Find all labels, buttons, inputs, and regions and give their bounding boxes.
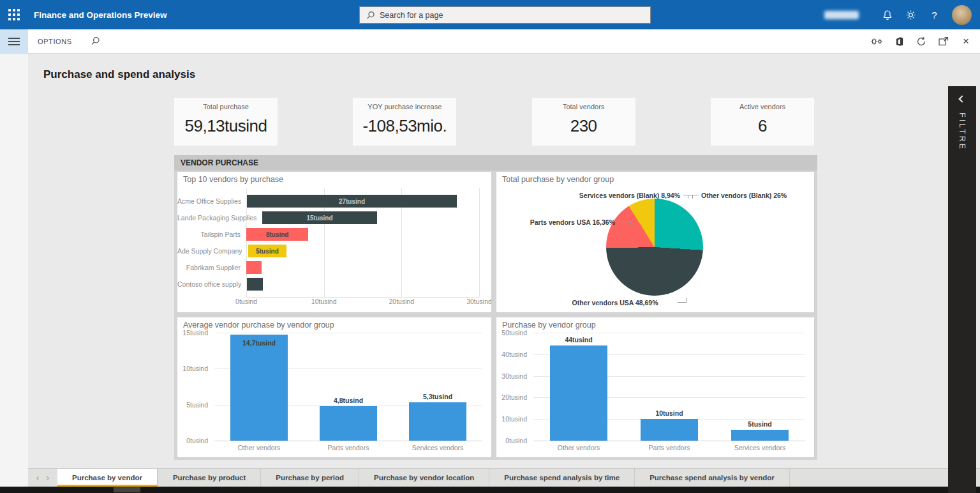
user-avatar[interactable] <box>952 5 972 25</box>
y-tick-label: 40tusind <box>501 351 527 358</box>
top10-xaxis: 0tusind10tusind20tusind30tusind <box>246 298 479 307</box>
bar-category-label: Fabrikam Supplier <box>177 264 246 271</box>
x-tick-label: 30tusind <box>466 298 492 305</box>
bar-row: Contoso office supply <box>177 276 491 292</box>
expand-filter-chevron-icon[interactable] <box>958 95 965 102</box>
app-launcher-icon[interactable] <box>8 9 20 20</box>
tab-purchase-spend-analysis-by-vendor[interactable]: Purchase spend analysis by vendor <box>635 469 790 487</box>
x-tick-label: 20tusind <box>389 298 414 305</box>
bar-value-label: 5tusind <box>715 420 805 428</box>
filter-panel-label: FILTRE <box>958 112 967 151</box>
column-category-label: Other vendors <box>533 444 624 451</box>
y-tick-label: 0tusind <box>505 437 527 444</box>
kpi-value: 6 <box>711 116 814 136</box>
y-tick-label: 15tusind <box>182 329 208 337</box>
h-bar[interactable]: 8tusind <box>246 228 308 241</box>
v-bar[interactable] <box>409 402 466 441</box>
v-bar[interactable] <box>731 430 789 441</box>
pbg-yaxis: 50tusind40tusind30tusind20tusind10tusind… <box>500 333 533 441</box>
y-tick-label: 10tusind <box>182 365 208 372</box>
pie-chart[interactable] <box>606 199 703 296</box>
column-category-label: Services vendors <box>715 444 805 451</box>
tab-scroll-left-icon[interactable]: ‹ <box>36 473 40 482</box>
y-tick-label: 50tusind <box>501 329 527 337</box>
column-slot: 5,3tusind <box>393 333 482 441</box>
vendor-purchase-section: VENDOR PURCHASE Top 10 vendors by purcha… <box>174 155 817 460</box>
chart-average-vendor-purchase: Average vendor purchase by vendor group … <box>177 317 492 458</box>
v-bar[interactable] <box>320 406 377 441</box>
close-icon[interactable]: × <box>960 35 972 48</box>
bar-category-label: Ade Supply Company <box>177 247 248 255</box>
column-slot: 14,7tusind <box>214 333 304 441</box>
notifications-bell-icon[interactable] <box>875 0 899 29</box>
horizontal-scrollbar[interactable] <box>0 487 980 493</box>
h-bar[interactable] <box>247 278 262 291</box>
x-tick-label: 0tusind <box>235 298 257 305</box>
kpi-card-active-vendors[interactable]: Active vendors 6 <box>711 98 814 146</box>
personalize-gears-icon[interactable] <box>870 35 883 48</box>
tab-purchase-by-product[interactable]: Purchase by product <box>158 469 261 487</box>
tab-purchase-spend-analysis-by-time[interactable]: Purchase spend analysis by time <box>489 469 635 487</box>
y-tick-label: 5tusind <box>186 401 208 409</box>
toolbar-search-icon[interactable] <box>91 36 100 46</box>
kpi-value: 230 <box>532 116 635 136</box>
h-bar[interactable]: 27tusind <box>247 195 457 208</box>
pie-leader-line <box>678 298 687 303</box>
v-bar[interactable] <box>550 345 608 441</box>
h-bar[interactable]: 15tusind <box>262 211 376 224</box>
bar-value-label: 5,3tusind <box>393 393 482 400</box>
v-bar[interactable] <box>641 419 699 441</box>
bar-value-label: 10tusind <box>624 409 715 417</box>
tab-scroll-arrows: ‹ › <box>28 469 57 487</box>
h-bar[interactable] <box>246 261 262 274</box>
pie-label-parts-vendors: Parts vendors USA 16,36% <box>496 218 615 226</box>
top-nav-bar: Finance and Operations Preview ? <box>0 0 980 29</box>
report-tab-bar: ‹ › Purchase by vendorPurchase by produc… <box>28 468 980 487</box>
column-category-label: Services vendors <box>393 444 482 451</box>
scrollbar-thumb[interactable] <box>114 487 140 492</box>
nav-hamburger-icon[interactable] <box>0 29 28 54</box>
refresh-icon[interactable] <box>915 35 928 48</box>
tab-purchase-by-period[interactable]: Purchase by period <box>261 469 359 487</box>
chart-total-purchase-by-vendor-group: Total purchase by vendor group Services … <box>496 171 815 313</box>
x-tick-label: 10tusind <box>311 298 337 305</box>
page-title: Purchase and spend analysis <box>43 68 195 81</box>
kpi-card-total-vendors[interactable]: Total vendors 230 <box>532 98 635 146</box>
open-in-new-window-icon[interactable] <box>937 35 950 48</box>
bar-value-label: 8tusind <box>266 231 289 238</box>
office-icon[interactable] <box>893 35 905 48</box>
tab-purchase-by-vendor[interactable]: Purchase by vendor <box>57 469 158 487</box>
pie-leader-line <box>688 195 699 199</box>
kpi-row: Total purchase 59,13tusind YOY purchase … <box>174 98 814 146</box>
v-bar[interactable] <box>230 335 288 441</box>
options-menu-button[interactable]: OPTIONS <box>38 38 72 45</box>
environment-name-redacted <box>824 11 859 19</box>
section-header: VENDOR PURCHASE <box>174 155 817 171</box>
help-icon[interactable]: ? <box>923 0 946 29</box>
kpi-value: -108,53mio. <box>353 116 456 136</box>
kpi-label: Total vendors <box>532 103 635 110</box>
page-search-box[interactable] <box>359 6 651 24</box>
kpi-card-total-purchase[interactable]: Total purchase 59,13tusind <box>174 98 278 146</box>
kpi-label: Active vendors <box>711 103 814 110</box>
bar-value-label: 27tusind <box>339 198 365 205</box>
chart-title: Purchase by vendor group <box>496 317 814 330</box>
tab-scroll-right-icon[interactable]: › <box>47 473 50 482</box>
settings-gear-icon[interactable] <box>899 0 923 29</box>
bar-value-label: 15tusind <box>306 215 332 222</box>
kpi-label: YOY purchase increase <box>353 103 456 110</box>
action-pane: OPTIONS × <box>0 29 980 54</box>
search-input[interactable] <box>380 7 650 23</box>
top10-plot-area: Acme Office Supplies27tusindLande Packag… <box>177 193 491 292</box>
bar-row: Tailspin Parts8tusind <box>177 226 491 243</box>
bar-row: Ade Supply Company5tusind <box>177 243 491 259</box>
column-category-label: Parts vendors <box>624 444 715 451</box>
chart-purchase-by-vendor-group: Purchase by vendor group 50tusind40tusin… <box>496 317 815 458</box>
tab-purchase-by-vendor-location[interactable]: Purchase by vendor location <box>359 469 489 487</box>
app-window: Finance and Operations Preview ? OPTIONS <box>0 0 980 493</box>
chart-title: Top 10 vendors by purchase <box>177 172 491 184</box>
search-icon <box>366 11 375 20</box>
column-category-label: Other vendors <box>214 444 304 451</box>
kpi-card-yoy-purchase-increase[interactable]: YOY purchase increase -108,53mio. <box>353 98 456 146</box>
h-bar[interactable]: 5tusind <box>248 245 287 257</box>
